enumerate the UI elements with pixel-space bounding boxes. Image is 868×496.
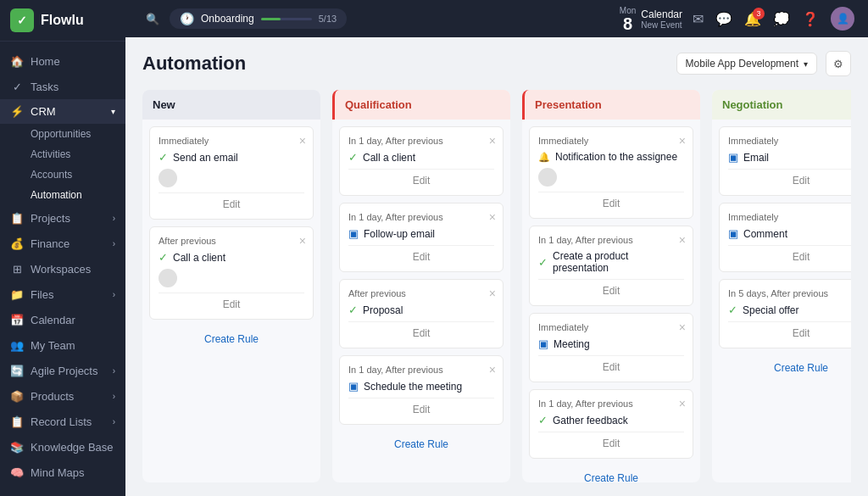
card-edit-new-2[interactable]: Edit (159, 293, 304, 310)
card-edit-neg-3[interactable]: Edit (728, 321, 851, 339)
sidebar-item-workspaces[interactable]: ⊞ Workspaces (0, 256, 125, 281)
card-close-pres-2[interactable]: × (679, 233, 686, 247)
message-icon[interactable]: 💭 (773, 11, 790, 27)
bell-icon[interactable]: 🔔 3 (744, 11, 761, 27)
col-header-new: New (142, 90, 320, 120)
card-edit-qual-4[interactable]: Edit (348, 398, 494, 415)
products-icon: 📦 (10, 389, 24, 403)
page-header: Automation Mobile App Development ▾ ⚙ (142, 51, 851, 76)
sidebar-item-projects[interactable]: 📋 Projects › (0, 205, 125, 231)
main-area: 🔍 🕐 Onboarding 5/13 Mon 8 Calendar New E… (125, 0, 868, 496)
accounts-label: Accounts (31, 169, 72, 181)
notif-badge: 3 (753, 8, 765, 20)
sidebar-item-products[interactable]: 📦 Products › (0, 383, 125, 409)
sidebar-item-accounts[interactable]: Accounts (20, 164, 125, 185)
automation-label: Automation (31, 189, 82, 201)
page-title: Automation (142, 53, 246, 75)
card-edit-qual-1[interactable]: Edit (348, 169, 494, 187)
card-timing: In 5 days, After previous (728, 288, 851, 298)
calendar-event: Calendar (641, 8, 682, 20)
card-close-pres-3[interactable]: × (679, 320, 686, 334)
card-edit-pres-3[interactable]: Edit (538, 355, 684, 373)
agile-label: Agile Projects (31, 365, 97, 377)
card-edit-pres-1[interactable]: Edit (538, 192, 684, 209)
card-qual-1: × In 1 day, After previous ✓ Call a clie… (339, 126, 504, 196)
sidebar-item-records[interactable]: 📋 Record Lists › (0, 409, 125, 434)
check-icon: ✓ (159, 251, 168, 264)
create-rule-qualification[interactable]: Create Rule (339, 432, 504, 457)
card-edit-qual-2[interactable]: Edit (348, 245, 494, 263)
card-close-pres-1[interactable]: × (679, 134, 686, 148)
project-selector[interactable]: Mobile App Development ▾ (676, 53, 817, 75)
card-edit-pres-2[interactable]: Edit (538, 279, 684, 297)
files-label: Files (31, 288, 53, 301)
knowledge-icon: 📚 (10, 440, 24, 454)
finance-label: Finance (31, 237, 70, 250)
sidebar-item-opportunities[interactable]: Opportunities (20, 124, 125, 144)
card-edit-neg-1[interactable]: Edit (728, 169, 851, 187)
onboarding-bar-fill (261, 18, 281, 20)
card-close-qual-2[interactable]: × (489, 210, 496, 224)
finance-icon: 💰 (10, 237, 24, 250)
sidebar-item-agile[interactable]: 🔄 Agile Projects › (0, 358, 125, 383)
col-header-qualification: Qualification (332, 90, 510, 120)
workspaces-label: Workspaces (31, 263, 91, 276)
card-edit-new-1[interactable]: Edit (159, 192, 304, 210)
home-icon: 🏠 (10, 54, 24, 68)
sidebar-item-tasks[interactable]: ✓ Tasks (0, 74, 125, 99)
card-close-pres-4[interactable]: × (679, 397, 686, 410)
card-close-new-2[interactable]: × (299, 234, 306, 248)
card-neg-3: › In 5 days, After previous ✓ Special of… (719, 279, 851, 348)
sidebar-item-home[interactable]: 🏠 Home (0, 48, 125, 74)
card-close-qual-3[interactable]: × (489, 287, 496, 300)
sidebar-item-mindmaps[interactable]: 🧠 Mind Maps (0, 460, 125, 485)
mail-icon[interactable]: ✉ (693, 11, 704, 27)
card-title: ✓ Call a client (348, 151, 494, 164)
calendar-sub: New Event (641, 20, 682, 30)
card-edit-qual-3[interactable]: Edit (348, 321, 494, 339)
check-icon: ✓ (538, 414, 548, 426)
card-close-qual-4[interactable]: × (489, 363, 496, 376)
card-neg-1: › Immediately ▣ Email Edit (719, 126, 851, 196)
onboarding-widget[interactable]: 🕐 Onboarding 5/13 (170, 8, 347, 29)
card-task-label: Meeting (554, 338, 590, 350)
sidebar-item-files[interactable]: 📁 Files › (0, 281, 125, 307)
create-rule-new[interactable]: Create Rule (149, 326, 314, 352)
card-task-label: Email (743, 152, 769, 164)
user-avatar[interactable]: 👤 (831, 7, 854, 31)
calendar-widget[interactable]: Mon 8 Calendar New Event (620, 6, 682, 32)
search-icon[interactable]: 🔍 (146, 13, 159, 25)
create-rule-presentation[interactable]: Create Rule (529, 465, 693, 482)
help-icon[interactable]: ❓ (802, 11, 819, 27)
sidebar-logo[interactable]: ✓ Flowlu (0, 0, 125, 42)
card-title: ✓ Proposal (348, 304, 494, 316)
sidebar-item-automation[interactable]: Automation (20, 185, 125, 205)
topbar: 🔍 🕐 Onboarding 5/13 Mon 8 Calendar New E… (125, 0, 868, 37)
card-edit-neg-2[interactable]: Edit (728, 245, 851, 263)
chat-icon[interactable]: 💬 (715, 11, 732, 27)
check-icon: ✓ (538, 256, 548, 269)
card-close-qual-1[interactable]: × (489, 134, 496, 148)
project-name: Mobile App Development (686, 58, 798, 70)
sidebar-item-calendar[interactable]: 📅 Calendar (0, 307, 125, 332)
sidebar-item-activities[interactable]: Activities (20, 144, 125, 164)
card-close-new-1[interactable]: × (299, 134, 306, 148)
card-task-label: Call a client (173, 252, 225, 264)
sidebar-item-knowledge[interactable]: 📚 Knowledge Base (0, 434, 125, 460)
card-edit-pres-4[interactable]: Edit (538, 432, 684, 449)
email-icon: ▣ (728, 151, 738, 164)
card-task-label: Gather feedback (553, 415, 628, 426)
sidebar-item-crm[interactable]: ⚡ CRM ▾ (0, 99, 125, 124)
card-task-label: Notification to the assignee (555, 151, 677, 163)
sidebar-item-finance[interactable]: 💰 Finance › (0, 231, 125, 256)
knowledge-label: Knowledge Base (31, 441, 114, 454)
sidebar-item-myteam[interactable]: 👥 My Team (0, 332, 125, 358)
finance-arrow-icon: › (113, 239, 115, 248)
email-icon: ▣ (538, 337, 548, 350)
card-timing: In 1 day, After previous (538, 235, 684, 245)
projects-arrow-icon: › (113, 214, 115, 223)
card-timing: Immediately (159, 136, 304, 146)
create-rule-negotiation[interactable]: Create Rule (719, 355, 851, 381)
products-arrow-icon: › (113, 392, 115, 401)
settings-button[interactable]: ⚙ (826, 51, 851, 76)
